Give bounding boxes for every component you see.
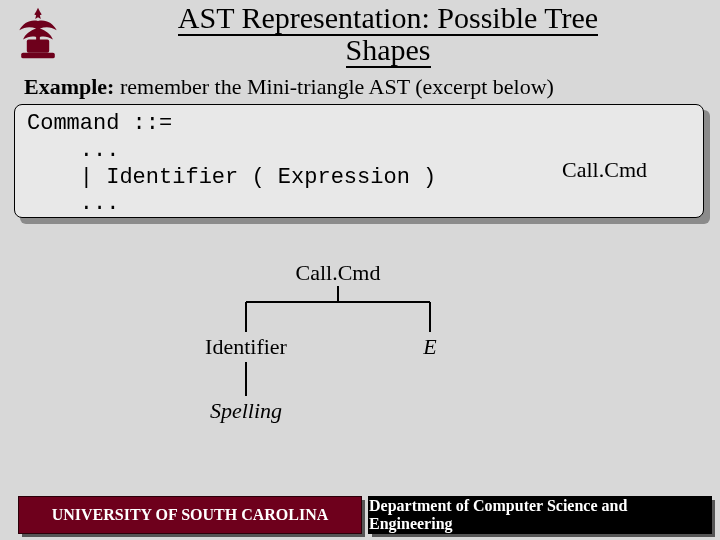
title-line-1: AST Representation: Possible Tree	[178, 1, 598, 36]
footer-right: Department of Computer Science and Engin…	[368, 496, 712, 534]
university-logo	[10, 6, 66, 62]
footer-left: UNIVERSITY OF SOUTH CAROLINA	[18, 496, 362, 534]
tree-expression-node: E	[423, 334, 436, 360]
production-label: Call.Cmd	[562, 157, 647, 184]
svg-rect-2	[36, 28, 40, 41]
tree-identifier-node: Identifier	[205, 334, 287, 360]
example-text: remember the Mini-triangle AST (excerpt …	[114, 74, 553, 99]
example-label: Example:	[24, 74, 114, 99]
code-line-3: | Identifier ( Expression )	[27, 165, 436, 190]
slide: AST Representation: Possible Tree Shapes…	[0, 0, 720, 540]
code-line-4: ...	[27, 191, 119, 216]
footer-university: UNIVERSITY OF SOUTH CAROLINA	[18, 496, 362, 534]
tree-spelling-leaf: Spelling	[210, 398, 282, 424]
grammar-excerpt-box: Command ::= ... | Identifier ( Expressio…	[14, 104, 704, 218]
svg-rect-1	[21, 53, 55, 59]
ast-tree: Call.Cmd Identifier E Spelling	[0, 240, 720, 470]
example-subtitle: Example: remember the Mini-triangle AST …	[24, 74, 554, 100]
title-line-2: Shapes	[346, 33, 431, 68]
code-line-2: ...	[27, 138, 119, 163]
tree-root: Call.Cmd	[296, 260, 381, 286]
slide-title: AST Representation: Possible Tree Shapes	[70, 2, 706, 67]
grammar-code: Command ::= ... | Identifier ( Expressio…	[14, 104, 704, 218]
footer: UNIVERSITY OF SOUTH CAROLINA Department …	[0, 496, 720, 540]
footer-department: Department of Computer Science and Engin…	[368, 496, 712, 534]
svg-rect-0	[27, 40, 49, 53]
palmetto-logo-icon	[10, 6, 66, 62]
code-line-1: Command ::=	[27, 111, 172, 136]
